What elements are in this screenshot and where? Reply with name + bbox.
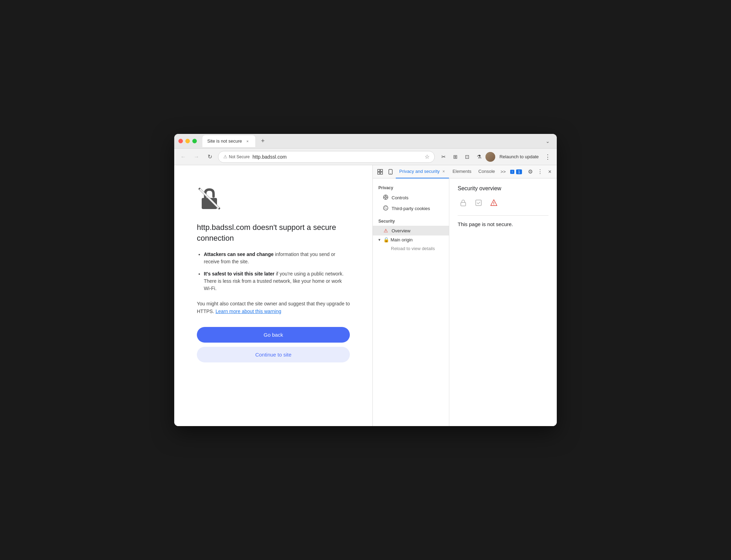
cast-icon-button[interactable]: ⊡ xyxy=(462,152,472,162)
traffic-lights xyxy=(178,139,197,143)
tab-privacy-label: Privacy and security xyxy=(399,169,440,174)
browser-more-button[interactable]: ⋮ xyxy=(543,152,553,162)
security-warning-active-icon[interactable] xyxy=(488,197,499,208)
devtools-main-area: Security overview xyxy=(449,178,557,426)
controls-label: Controls xyxy=(392,195,408,200)
nav-icon-group: ✂ ⊞ ⊡ ⚗ Relaunch to update ⋮ xyxy=(438,152,553,162)
tab-close-button[interactable]: × xyxy=(245,138,250,144)
print-icon: ⊞ xyxy=(453,154,458,160)
svg-rect-23 xyxy=(461,202,466,206)
svg-rect-4 xyxy=(378,169,380,171)
devtools-tab-bar: Privacy and security × Elements Console … xyxy=(373,165,557,178)
tab-elements-label: Elements xyxy=(452,169,471,174)
page-paragraph: You might also contact the site owner an… xyxy=(197,300,350,315)
overview-label: Overview xyxy=(392,228,410,233)
url-text: http.badssl.com xyxy=(252,154,422,160)
avatar-image xyxy=(485,152,495,162)
page-content: http.badssl.com doesn't support a secure… xyxy=(174,165,372,426)
bullet1-bold: Attackers can see and change xyxy=(204,251,274,257)
security-section-label: Security xyxy=(373,217,449,226)
minimize-window-button[interactable] xyxy=(185,139,190,143)
sidebar-item-cookies[interactable]: Third-party cookies xyxy=(373,203,449,214)
svg-point-9 xyxy=(390,173,391,174)
security-overview-title: Security overview xyxy=(458,185,548,192)
devtools-settings-button[interactable]: ⚙ xyxy=(525,167,535,177)
cookies-label: Third-party cookies xyxy=(392,206,430,211)
maximize-window-button[interactable] xyxy=(192,139,197,143)
tab-console-label: Console xyxy=(479,169,495,174)
tab-chevron-button[interactable]: ⌄ xyxy=(543,137,553,145)
avatar[interactable] xyxy=(485,152,495,162)
issues-count: 1 xyxy=(516,169,522,174)
svg-point-18 xyxy=(384,206,388,210)
cut-icon-button[interactable]: ✂ xyxy=(438,152,449,162)
cut-icon: ✂ xyxy=(441,154,446,160)
tab-elements[interactable]: Elements xyxy=(449,165,475,178)
bullet-list: Attackers can see and change information… xyxy=(197,251,350,292)
security-lock-icon[interactable] xyxy=(458,197,469,208)
refresh-icon: ↻ xyxy=(208,153,212,160)
svg-point-26 xyxy=(493,205,494,205)
close-window-button[interactable] xyxy=(178,139,183,143)
learn-more-link[interactable]: Learn more about this warning xyxy=(216,309,281,314)
new-tab-button[interactable]: + xyxy=(258,136,268,146)
bookmark-icon[interactable]: ☆ xyxy=(425,153,429,160)
devtools-body: Privacy Controls xyxy=(373,178,557,426)
forward-button[interactable]: → xyxy=(192,152,201,162)
svg-rect-5 xyxy=(380,169,383,171)
refresh-button[interactable]: ↻ xyxy=(205,152,215,162)
tab-privacy-and-security[interactable]: Privacy and security × xyxy=(396,165,449,178)
devtools-device-icon[interactable] xyxy=(385,167,396,177)
broken-lock-icon xyxy=(197,186,222,211)
collapse-arrow-icon: ▼ xyxy=(378,238,381,242)
overview-warning-icon: ⚠ xyxy=(383,228,389,233)
sidebar-item-reload: Reload to view details xyxy=(373,244,449,253)
main-origin-lock-icon: 🔒 xyxy=(383,237,389,242)
bullet2-bold: It's safest to visit this site later xyxy=(204,271,274,277)
browser-window: Site is not secure × + ⌄ ← → ↻ ⚠ Not Sec… xyxy=(174,134,557,426)
continue-button[interactable]: Continue to site xyxy=(197,347,350,362)
devtools-inspect-icon[interactable] xyxy=(375,167,385,177)
svg-rect-6 xyxy=(378,172,380,174)
svg-point-20 xyxy=(386,207,386,207)
page-heading: http.badssl.com doesn't support a secure… xyxy=(197,222,350,244)
devtools-dots-button[interactable]: ⋮ xyxy=(535,167,545,177)
devtools-close-button[interactable]: × xyxy=(545,167,555,177)
content-area: http.badssl.com doesn't support a secure… xyxy=(174,165,557,426)
sidebar-item-overview[interactable]: ⚠ Overview xyxy=(373,226,449,235)
not-secure-badge: ⚠ Not Secure xyxy=(223,154,250,159)
security-divider xyxy=(458,215,548,216)
browser-tab-active[interactable]: Site is not secure × xyxy=(202,135,255,147)
warning-icon: ⚠ xyxy=(223,154,227,159)
reload-label: Reload to view details xyxy=(391,246,435,251)
cast-icon: ⊡ xyxy=(465,154,469,160)
issues-icon: ! xyxy=(510,169,515,174)
sidebar-item-controls[interactable]: Controls xyxy=(373,192,449,203)
svg-rect-24 xyxy=(476,200,481,206)
flask-icon-button[interactable]: ⚗ xyxy=(474,152,484,162)
privacy-section-label: Privacy xyxy=(373,184,449,192)
devtools-sidebar: Privacy Controls xyxy=(373,178,449,426)
address-bar[interactable]: ⚠ Not Secure http.badssl.com ☆ xyxy=(218,151,435,163)
devtools-issues-button[interactable]: ! 1 xyxy=(508,168,524,176)
cookies-icon xyxy=(383,205,389,212)
title-bar: Site is not secure × + ⌄ xyxy=(174,134,557,149)
back-button[interactable]: ← xyxy=(178,152,188,162)
tab-title: Site is not secure xyxy=(207,138,242,144)
flask-icon: ⚗ xyxy=(477,154,481,160)
nav-bar: ← → ↻ ⚠ Not Secure http.badssl.com ☆ ✂ ⊞… xyxy=(174,149,557,165)
back-icon: ← xyxy=(180,154,186,160)
tab-console[interactable]: Console xyxy=(475,165,499,178)
svg-text:!: ! xyxy=(512,170,513,174)
print-icon-button[interactable]: ⊞ xyxy=(450,152,460,162)
relaunch-button[interactable]: Relaunch to update xyxy=(497,153,541,161)
go-back-button[interactable]: Go back xyxy=(197,327,350,343)
tab-privacy-close[interactable]: × xyxy=(442,168,445,175)
bullet-item-2: It's safest to visit this site later if … xyxy=(204,270,350,292)
page-inner: http.badssl.com doesn't support a secure… xyxy=(197,186,350,362)
security-status-text: This page is not secure. xyxy=(458,221,548,227)
not-secure-label: Not Secure xyxy=(229,154,250,159)
security-cert-icon[interactable] xyxy=(473,197,484,208)
devtools-more-tabs-button[interactable]: >> xyxy=(498,168,508,176)
forward-icon: → xyxy=(194,154,199,160)
